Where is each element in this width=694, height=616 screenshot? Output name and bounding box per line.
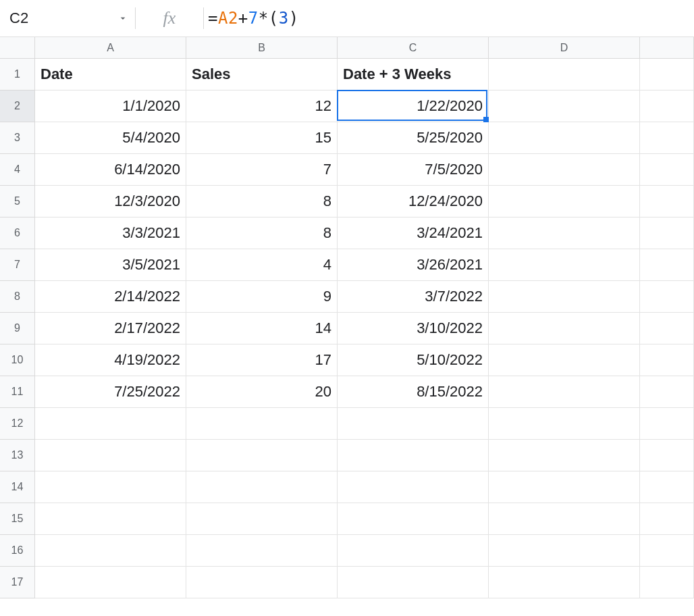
cell[interactable] — [186, 535, 338, 567]
cell[interactable]: 3/24/2021 — [338, 217, 489, 249]
cell[interactable] — [338, 440, 489, 471]
row-header[interactable]: 4 — [0, 154, 35, 186]
cell[interactable] — [640, 154, 694, 186]
cell[interactable]: 8/15/2022 — [338, 376, 489, 408]
cell[interactable]: 9 — [186, 281, 338, 313]
cell[interactable]: 12 — [186, 91, 338, 122]
cell[interactable]: 2/17/2022 — [35, 313, 186, 344]
cell[interactable] — [489, 376, 640, 408]
cell[interactable] — [640, 344, 694, 376]
cell[interactable] — [338, 471, 489, 503]
cell[interactable]: 1/1/2020 — [35, 91, 186, 122]
row-header[interactable]: 14 — [0, 471, 35, 503]
row-header[interactable]: 11 — [0, 376, 35, 408]
row-header[interactable]: 9 — [0, 313, 35, 344]
cell[interactable] — [338, 503, 489, 535]
cell[interactable] — [640, 122, 694, 154]
cell[interactable]: 12/24/2020 — [338, 186, 489, 217]
row-header[interactable]: 3 — [0, 122, 35, 154]
cell[interactable]: 5/4/2020 — [35, 122, 186, 154]
cell[interactable]: 5/25/2020 — [338, 122, 489, 154]
cell[interactable]: 3/26/2021 — [338, 249, 489, 281]
cell[interactable]: 14 — [186, 313, 338, 344]
cell[interactable] — [640, 91, 694, 122]
cell[interactable] — [186, 408, 338, 440]
cell[interactable]: 12/3/2020 — [35, 186, 186, 217]
cell[interactable] — [186, 567, 338, 598]
cell[interactable]: 4/19/2022 — [35, 344, 186, 376]
select-all-corner[interactable] — [0, 37, 35, 59]
cell[interactable]: 4 — [186, 249, 338, 281]
cell[interactable]: 7 — [186, 154, 338, 186]
cell[interactable] — [338, 567, 489, 598]
cell[interactable] — [489, 344, 640, 376]
column-header[interactable]: C — [338, 37, 489, 59]
column-header[interactable]: A — [35, 37, 186, 59]
cell[interactable] — [489, 535, 640, 567]
row-header[interactable]: 15 — [0, 503, 35, 535]
cell[interactable]: 15 — [186, 122, 338, 154]
cell[interactable] — [640, 249, 694, 281]
cell[interactable] — [186, 503, 338, 535]
name-box[interactable]: C2 — [0, 0, 135, 36]
cell[interactable] — [489, 186, 640, 217]
cell[interactable]: 8 — [186, 217, 338, 249]
cell[interactable] — [489, 59, 640, 91]
cell[interactable] — [186, 440, 338, 471]
cell[interactable] — [640, 281, 694, 313]
cell[interactable] — [489, 503, 640, 535]
row-header[interactable]: 1 — [0, 59, 35, 91]
cell[interactable]: Date — [35, 59, 186, 91]
cell[interactable] — [35, 535, 186, 567]
cell[interactable]: 5/10/2022 — [338, 344, 489, 376]
cell[interactable] — [640, 59, 694, 91]
cell[interactable]: Sales — [186, 59, 338, 91]
cell[interactable] — [489, 281, 640, 313]
cell[interactable]: 2/14/2022 — [35, 281, 186, 313]
cell[interactable] — [186, 471, 338, 503]
cell[interactable]: 20 — [186, 376, 338, 408]
cell[interactable] — [35, 471, 186, 503]
cell[interactable]: 3/7/2022 — [338, 281, 489, 313]
column-header[interactable]: D — [489, 37, 640, 59]
cell[interactable] — [338, 535, 489, 567]
row-header[interactable]: 5 — [0, 186, 35, 217]
cell[interactable] — [489, 408, 640, 440]
cell[interactable]: 3/10/2022 — [338, 313, 489, 344]
cell[interactable] — [489, 313, 640, 344]
row-header[interactable]: 13 — [0, 440, 35, 471]
cell[interactable]: 7/25/2022 — [35, 376, 186, 408]
cell[interactable] — [489, 249, 640, 281]
cell[interactable]: 3/5/2021 — [35, 249, 186, 281]
row-header[interactable]: 7 — [0, 249, 35, 281]
cell[interactable]: 3/3/2021 — [35, 217, 186, 249]
cell[interactable]: 8 — [186, 186, 338, 217]
cell[interactable] — [640, 376, 694, 408]
cell[interactable] — [640, 440, 694, 471]
cell[interactable] — [489, 471, 640, 503]
row-header[interactable]: 17 — [0, 567, 35, 598]
cell[interactable] — [489, 440, 640, 471]
name-box-dropdown-icon[interactable] — [117, 0, 128, 36]
cell[interactable] — [338, 408, 489, 440]
cell[interactable]: 7/5/2020 — [338, 154, 489, 186]
cell[interactable] — [640, 567, 694, 598]
row-header[interactable]: 16 — [0, 535, 35, 567]
row-header[interactable]: 12 — [0, 408, 35, 440]
row-header[interactable]: 8 — [0, 281, 35, 313]
cell[interactable]: 1/22/2020 — [338, 91, 489, 122]
cell[interactable] — [489, 122, 640, 154]
cell[interactable] — [489, 154, 640, 186]
row-header[interactable]: 6 — [0, 217, 35, 249]
cell[interactable] — [640, 471, 694, 503]
cell[interactable] — [35, 440, 186, 471]
column-header[interactable] — [640, 37, 694, 59]
cell[interactable] — [640, 313, 694, 344]
cell[interactable] — [35, 503, 186, 535]
cell[interactable]: 17 — [186, 344, 338, 376]
cell[interactable] — [489, 217, 640, 249]
formula-input[interactable]: =A2+7*(3) — [204, 9, 694, 28]
cell[interactable]: Date + 3 Weeks — [338, 59, 489, 91]
cell[interactable] — [640, 535, 694, 567]
column-header[interactable]: B — [186, 37, 338, 59]
